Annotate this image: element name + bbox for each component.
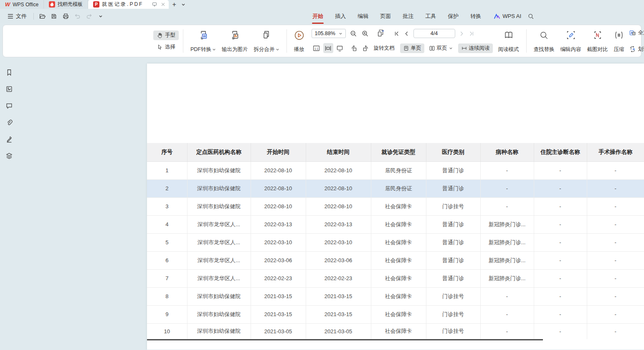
new-tab-button[interactable]: +	[169, 0, 179, 9]
menu-bar: 文件 开始插入编辑页面批注工具保护转换 WPS AI	[0, 9, 644, 23]
layers-icon[interactable]	[5, 152, 14, 160]
file-menu-label: 文件	[16, 13, 27, 20]
tab-device-icon[interactable]	[152, 2, 157, 7]
table-cell: 居民身份证	[371, 179, 426, 197]
table-cell: 社会保障卡	[371, 323, 426, 339]
svg-text:W: W	[203, 34, 206, 38]
find-replace-button[interactable]: 查找替换	[531, 28, 558, 54]
next-page-button[interactable]	[457, 28, 467, 38]
compress-icon	[614, 29, 624, 41]
table-cell: 3	[147, 197, 187, 215]
table-cell: 2022-08-10	[251, 179, 306, 197]
actual-size-button[interactable]: 1:1	[312, 43, 322, 53]
table-cell: 10	[147, 323, 187, 339]
export-as-image-button[interactable]: 输出为图片	[219, 28, 251, 54]
pdf-canvas[interactable]: 序号定点医药机构名称开始时间结束时间就诊凭证类型医疗类别病种名称住院主诊断名称手…	[18, 57, 644, 350]
single-page-button[interactable]: 单页	[400, 43, 424, 53]
compress-label: 压缩	[614, 46, 624, 53]
redo-button[interactable]	[84, 11, 94, 21]
comments-icon[interactable]	[5, 102, 14, 110]
table-cell: 深圳市龙华区人...	[187, 215, 251, 233]
table-cell: -	[587, 269, 644, 287]
tab-document-pdf[interactable]: P 就医记录.PDF	[88, 0, 169, 9]
word-translate-label: 划词翻译	[638, 46, 644, 53]
pdf-page: 序号定点医药机构名称开始时间结束时间就诊凭证类型医疗类别病种名称住院主诊断名称手…	[147, 64, 644, 350]
menu-tab-工具[interactable]: 工具	[419, 9, 442, 24]
continuous-reading-button[interactable]: 连续阅读	[458, 43, 493, 53]
menu-tab-转换[interactable]: 转换	[464, 9, 487, 24]
table-cell: 门诊挂号	[426, 305, 480, 323]
screenshot-compare-button[interactable]: 截图对比	[584, 28, 611, 54]
chevron-down-icon	[212, 48, 216, 51]
save-button[interactable]	[49, 11, 59, 21]
double-page-button[interactable]: 双页	[426, 43, 456, 53]
menu-tab-保护[interactable]: 保护	[442, 9, 464, 24]
zoom-out-button[interactable]	[348, 28, 358, 38]
table-cell: 普通门诊	[426, 215, 480, 233]
page-indicator: 4/4	[431, 31, 438, 36]
table-cell: 深圳市妇幼保健院	[187, 305, 251, 323]
table-cell: -	[587, 305, 644, 323]
signature-icon[interactable]	[5, 135, 14, 143]
find-replace-label: 查找替换	[534, 46, 555, 53]
table-cell: 深圳市妇幼保健院	[187, 287, 251, 305]
full-text-translate-button[interactable]: A字 全文翻译	[629, 29, 644, 36]
table-cell: 2022-03-06	[251, 251, 306, 269]
undo-button[interactable]	[72, 11, 82, 21]
menu-tab-插入[interactable]: 插入	[329, 9, 352, 24]
single-page-icon	[403, 45, 409, 51]
split-merge-label: 拆分合并	[254, 46, 275, 53]
quick-access-chevron-icon[interactable]	[96, 11, 106, 21]
open-file-button[interactable]	[37, 11, 47, 21]
rotate-pages-icon[interactable]	[376, 28, 386, 38]
previous-page-button[interactable]	[402, 28, 412, 38]
table-cell: 社会保障卡	[371, 251, 426, 269]
compress-button[interactable]: 压缩	[611, 28, 627, 54]
tab-wps-office[interactable]: W WPS Office	[0, 0, 44, 9]
edit-content-button[interactable]: 编辑内容	[558, 28, 584, 54]
table-horizontal-scrollbar[interactable]	[147, 339, 543, 340]
table-cell: 2022-08-10	[306, 179, 371, 197]
bookmark-icon[interactable]	[5, 68, 14, 77]
single-page-label: 单页	[411, 45, 421, 52]
table-cell: -	[480, 161, 534, 179]
rotate-right-button[interactable]	[361, 43, 371, 53]
fit-page-button[interactable]	[335, 43, 345, 53]
menu-search-icon[interactable]	[525, 11, 536, 22]
page-number-input[interactable]: 4/4	[413, 29, 455, 38]
rotate-left-button[interactable]	[349, 43, 359, 53]
chevron-down-icon	[276, 48, 279, 51]
wps-ai-button[interactable]: WPS AI	[489, 10, 525, 22]
pdf-file-icon: P	[93, 1, 99, 8]
menu-tab-编辑[interactable]: 编辑	[352, 9, 374, 24]
first-page-button[interactable]	[392, 28, 402, 38]
fit-width-button[interactable]	[323, 43, 333, 53]
hand-tool-button[interactable]: 手型	[153, 31, 179, 40]
menu-tab-页面[interactable]: 页面	[374, 9, 397, 24]
zoom-in-button[interactable]	[360, 28, 370, 38]
zoom-level-dropdown[interactable]: 105.88%	[312, 29, 346, 38]
play-button[interactable]: 播放	[291, 28, 307, 54]
table-cell: 深圳市妇幼保健院	[187, 161, 251, 179]
print-button[interactable]	[61, 11, 71, 21]
tab-close-icon[interactable]	[161, 2, 165, 7]
read-mode-button[interactable]: 阅读模式	[495, 28, 522, 54]
rotate-document-button[interactable]: 旋转文档	[371, 43, 398, 53]
word-translate-button[interactable]: A文 划词翻译	[629, 46, 644, 53]
attachments-icon[interactable]	[5, 118, 14, 127]
select-tool-button[interactable]: 选择	[153, 42, 179, 52]
chevron-down-icon	[449, 46, 453, 50]
last-page-button[interactable]	[467, 28, 477, 38]
table-cell: 2021-03-15	[306, 287, 371, 305]
table-cell: -	[587, 287, 644, 305]
tab-docer-templates[interactable]: 找稻壳模板	[44, 0, 88, 9]
split-merge-button[interactable]: 拆分合并	[251, 28, 282, 54]
file-menu-button[interactable]: 文件	[4, 11, 30, 22]
pdf-convert-button[interactable]: W PDF转换	[188, 28, 219, 54]
table-cell: 2022-08-10	[306, 161, 371, 179]
tab-list-chevron-icon[interactable]	[180, 0, 187, 9]
thumbnails-icon[interactable]	[5, 85, 14, 93]
menu-tab-开始[interactable]: 开始	[307, 9, 329, 24]
menu-tab-批注[interactable]: 批注	[397, 9, 419, 24]
spacer	[6, 28, 153, 54]
